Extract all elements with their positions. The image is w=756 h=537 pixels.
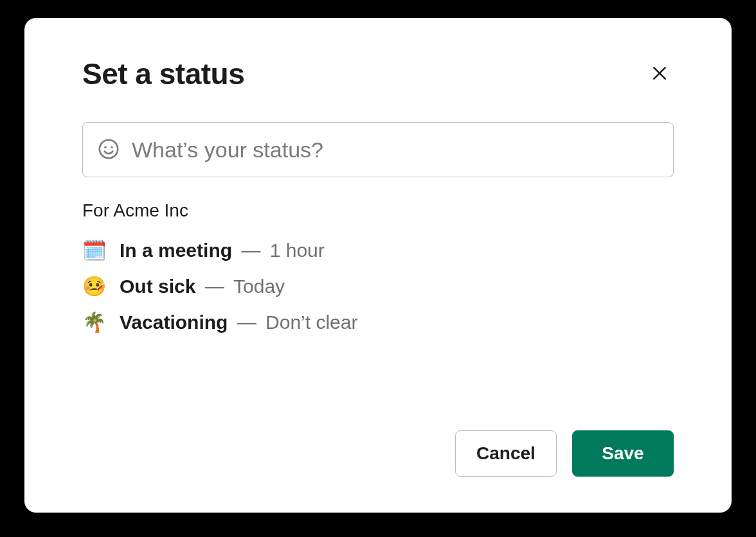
svg-point-4: [111, 146, 113, 148]
set-status-modal: Set a status: [24, 18, 732, 513]
status-input-container[interactable]: [82, 122, 674, 177]
preset-row[interactable]: 🌴 Vacationing — Don’t clear: [82, 304, 674, 340]
preset-duration: Don’t clear: [266, 312, 357, 333]
save-button[interactable]: Save: [572, 430, 674, 477]
preset-text: Out sick — Today: [120, 275, 285, 298]
modal-title: Set a status: [82, 57, 244, 91]
close-icon: [651, 65, 668, 84]
preset-label: Vacationing: [120, 312, 228, 333]
preset-separator: —: [231, 312, 262, 333]
preset-separator: —: [236, 240, 266, 261]
sick-face-icon: 🤒: [82, 277, 105, 296]
preset-label: In a meeting: [120, 240, 232, 261]
preset-label: Out sick: [120, 276, 195, 297]
preset-duration: Today: [233, 276, 285, 297]
status-text-input[interactable]: [130, 137, 660, 163]
cancel-button[interactable]: Cancel: [455, 430, 557, 477]
smiley-icon: [98, 138, 120, 162]
preset-row[interactable]: 🤒 Out sick — Today: [82, 268, 674, 304]
preset-row[interactable]: 🗓️ In a meeting — 1 hour: [82, 233, 674, 268]
preset-separator: —: [199, 276, 230, 297]
calendar-icon: 🗓️: [82, 241, 105, 260]
preset-text: In a meeting — 1 hour: [120, 239, 325, 262]
close-button[interactable]: [645, 60, 674, 88]
preset-duration: 1 hour: [270, 240, 325, 261]
emoji-picker-button[interactable]: [96, 137, 122, 163]
svg-point-2: [100, 139, 118, 157]
modal-backdrop: Set a status: [0, 0, 756, 537]
modal-header: Set a status: [24, 18, 732, 91]
status-presets: For Acme Inc 🗓️ In a meeting — 1 hour 🤒 …: [82, 200, 674, 340]
palm-tree-icon: 🌴: [82, 313, 105, 332]
svg-point-3: [104, 146, 106, 148]
presets-heading: For Acme Inc: [82, 200, 674, 221]
preset-text: Vacationing — Don’t clear: [120, 311, 357, 334]
modal-footer: Cancel Save: [455, 430, 674, 477]
